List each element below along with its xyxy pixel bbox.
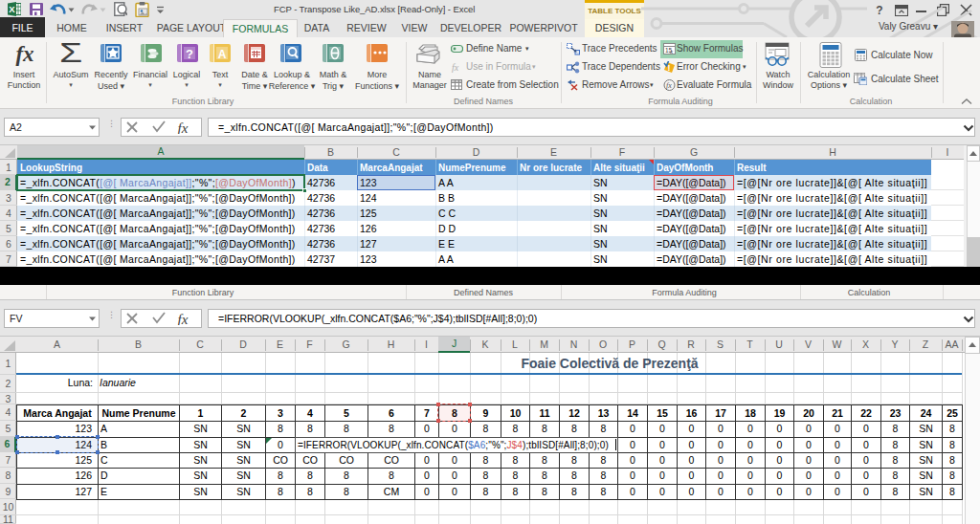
svg-text:fx: fx bbox=[452, 62, 459, 73]
svg-text:fx: fx bbox=[178, 312, 189, 325]
svg-text:X: X bbox=[9, 4, 15, 14]
svg-text:A: A bbox=[218, 48, 227, 61]
svg-text:fx: fx bbox=[666, 81, 672, 90]
svg-text:?: ? bbox=[186, 47, 193, 61]
svg-text:fx: fx bbox=[178, 120, 189, 134]
